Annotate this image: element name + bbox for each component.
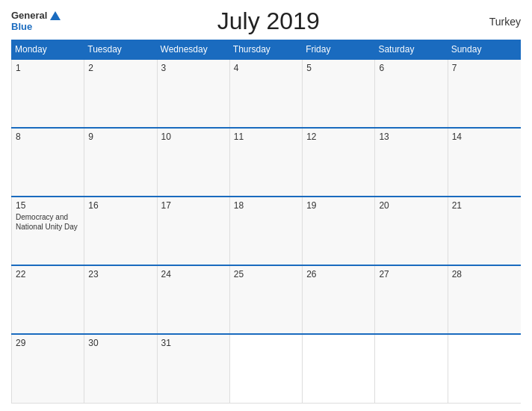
calendar-cell: 6 bbox=[375, 59, 448, 128]
day-number: 14 bbox=[452, 132, 517, 142]
day-number: 4 bbox=[234, 63, 298, 73]
day-number: 3 bbox=[161, 63, 226, 73]
day-number: 31 bbox=[161, 338, 226, 348]
day-number: 24 bbox=[161, 269, 226, 279]
day-number: 1 bbox=[16, 63, 80, 73]
day-number: 15 bbox=[16, 200, 80, 211]
calendar-cell: 26 bbox=[303, 265, 375, 334]
calendar-cell: 14 bbox=[448, 128, 520, 197]
calendar-container: General Blue July 2019 Turkey MondayTues… bbox=[0, 0, 532, 411]
calendar-cell: 31 bbox=[157, 334, 229, 403]
day-number: 16 bbox=[88, 200, 152, 211]
calendar-cell: 18 bbox=[229, 197, 302, 265]
calendar-cell: 3 bbox=[157, 59, 229, 128]
day-number: 23 bbox=[88, 269, 152, 279]
day-number: 6 bbox=[379, 63, 443, 73]
calendar-week-row: 22232425262728 bbox=[12, 265, 521, 334]
calendar-cell: 8 bbox=[12, 128, 84, 197]
weekday-header-saturday: Saturday bbox=[375, 40, 448, 60]
weekday-header-thursday: Thursday bbox=[229, 40, 302, 60]
logo: General Blue bbox=[11, 10, 61, 32]
day-number: 17 bbox=[161, 200, 226, 211]
day-number: 9 bbox=[88, 132, 152, 142]
calendar-cell: 10 bbox=[157, 128, 229, 197]
country-name: Turkey bbox=[476, 16, 521, 28]
weekday-header-friday: Friday bbox=[303, 40, 375, 60]
logo-general-text: General bbox=[11, 10, 47, 21]
calendar-tbody: 123456789101112131415Democracy and Natio… bbox=[12, 59, 521, 404]
weekday-header-tuesday: Tuesday bbox=[84, 40, 157, 60]
day-number: 30 bbox=[88, 338, 152, 348]
calendar-cell: 11 bbox=[229, 128, 302, 197]
calendar-cell: 4 bbox=[229, 59, 302, 128]
day-number: 12 bbox=[306, 132, 371, 142]
day-number: 19 bbox=[306, 200, 371, 211]
calendar-cell: 23 bbox=[84, 265, 157, 334]
day-number: 5 bbox=[306, 63, 371, 73]
day-number: 2 bbox=[88, 63, 152, 73]
day-number: 8 bbox=[16, 132, 80, 142]
calendar-table: MondayTuesdayWednesdayThursdayFridaySatu… bbox=[11, 40, 521, 404]
calendar-cell: 19 bbox=[303, 197, 375, 265]
calendar-cell: 22 bbox=[12, 265, 84, 334]
weekday-header-row: MondayTuesdayWednesdayThursdayFridaySatu… bbox=[12, 40, 521, 60]
calendar-cell: 7 bbox=[448, 59, 520, 128]
weekday-header-monday: Monday bbox=[12, 40, 84, 60]
calendar-cell: 9 bbox=[84, 128, 157, 197]
day-number: 28 bbox=[452, 269, 517, 279]
day-number: 29 bbox=[16, 338, 80, 348]
event-text: Democracy and National Unity Day bbox=[16, 212, 80, 232]
calendar-title: July 2019 bbox=[61, 7, 476, 35]
calendar-cell: 15Democracy and National Unity Day bbox=[12, 197, 84, 265]
calendar-cell: 30 bbox=[84, 334, 157, 403]
logo-triangle-icon bbox=[50, 11, 61, 20]
day-number: 7 bbox=[452, 63, 517, 73]
day-number: 13 bbox=[379, 132, 443, 142]
calendar-cell: 29 bbox=[12, 334, 84, 403]
calendar-week-row: 891011121314 bbox=[12, 128, 521, 197]
calendar-cell bbox=[303, 334, 375, 403]
logo-blue-text: Blue bbox=[11, 22, 32, 32]
calendar-week-row: 1234567 bbox=[12, 59, 521, 128]
calendar-cell: 25 bbox=[229, 265, 302, 334]
calendar-cell: 21 bbox=[448, 197, 520, 265]
day-number: 22 bbox=[16, 269, 80, 279]
weekday-header-sunday: Sunday bbox=[448, 40, 520, 60]
calendar-cell: 24 bbox=[157, 265, 229, 334]
day-number: 10 bbox=[161, 132, 226, 142]
calendar-cell: 16 bbox=[84, 197, 157, 265]
day-number: 26 bbox=[306, 269, 371, 279]
day-number: 11 bbox=[234, 132, 298, 142]
calendar-thead: MondayTuesdayWednesdayThursdayFridaySatu… bbox=[12, 40, 521, 60]
calendar-cell: 13 bbox=[375, 128, 448, 197]
calendar-cell: 28 bbox=[448, 265, 520, 334]
day-number: 25 bbox=[234, 269, 298, 279]
calendar-cell: 27 bbox=[375, 265, 448, 334]
calendar-cell bbox=[375, 334, 448, 403]
day-number: 27 bbox=[379, 269, 443, 279]
calendar-cell: 5 bbox=[303, 59, 375, 128]
calendar-cell bbox=[448, 334, 520, 403]
calendar-cell: 17 bbox=[157, 197, 229, 265]
calendar-week-row: 293031 bbox=[12, 334, 521, 403]
calendar-cell: 1 bbox=[12, 59, 84, 128]
calendar-cell: 2 bbox=[84, 59, 157, 128]
calendar-cell bbox=[229, 334, 302, 403]
calendar-cell: 12 bbox=[303, 128, 375, 197]
day-number: 18 bbox=[234, 200, 298, 211]
calendar-header: General Blue July 2019 Turkey bbox=[11, 7, 521, 35]
calendar-week-row: 15Democracy and National Unity Day161718… bbox=[12, 197, 521, 265]
day-number: 21 bbox=[452, 200, 517, 211]
weekday-header-wednesday: Wednesday bbox=[157, 40, 229, 60]
calendar-cell: 20 bbox=[375, 197, 448, 265]
day-number: 20 bbox=[379, 200, 443, 211]
